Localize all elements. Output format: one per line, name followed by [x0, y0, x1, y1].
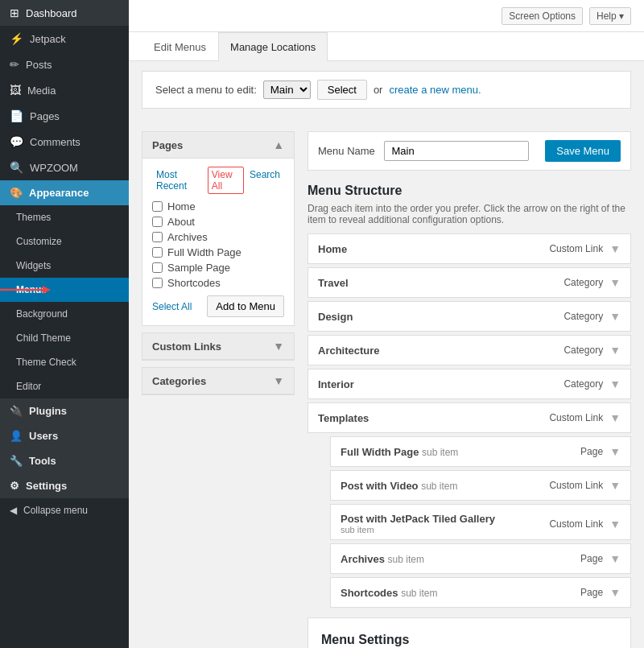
categories-panel: Categories ▼ — [142, 367, 295, 395]
menu-item-templates: Templates Custom Link ▼ — [308, 402, 631, 433]
pages-panel-title: Pages — [152, 139, 183, 151]
svg-marker-1 — [43, 286, 51, 294]
add-to-menu-button[interactable]: Add to Menu — [207, 295, 284, 317]
menus-arrow-annotation — [0, 282, 55, 298]
checkbox-sample[interactable] — [152, 262, 163, 273]
sidebar-item-jetpack[interactable]: ⚡ Jetpack — [0, 26, 129, 52]
appearance-icon: 🎨 — [10, 187, 23, 199]
custom-links-header[interactable]: Custom Links ▼ — [142, 333, 294, 360]
sub-item-2-arrow[interactable]: ▼ — [609, 518, 621, 530]
save-menu-button-top[interactable]: Save Menu — [545, 140, 621, 162]
sidebar-item-comments[interactable]: 💬 Comments — [0, 129, 129, 155]
top-bar: Screen Options Help ▾ — [129, 0, 644, 32]
sidebar-item-child-theme[interactable]: Child Theme — [0, 326, 129, 350]
wpzoom-icon: 🔍 — [10, 161, 23, 174]
select-menu-button[interactable]: Select — [317, 80, 367, 100]
menu-item-interior-arrow[interactable]: ▼ — [609, 378, 621, 390]
tab-edit-menus[interactable]: Edit Menus — [142, 32, 218, 61]
menu-select[interactable]: Main — [263, 80, 311, 99]
page-label-home: Home — [167, 200, 196, 213]
menu-item-architecture: Architecture Category ▼ — [308, 335, 631, 365]
plugins-icon: 🔌 — [10, 405, 23, 417]
pages-tab-search[interactable]: Search — [246, 167, 284, 194]
sidebar-item-settings[interactable]: ⚙ Settings — [0, 473, 129, 498]
custom-links-panel: Custom Links ▼ — [142, 332, 295, 361]
settings-icon: ⚙ — [10, 480, 19, 492]
panel-actions: Select All Add to Menu — [152, 295, 284, 317]
checkbox-shortcodes[interactable] — [152, 278, 163, 288]
checkbox-home[interactable] — [152, 201, 163, 212]
page-label-about: About — [167, 216, 195, 228]
sub-item-1-arrow[interactable]: ▼ — [609, 479, 621, 492]
menu-item-design: Design Category ▼ — [308, 301, 631, 332]
sidebar-item-theme-check[interactable]: Theme Check — [0, 350, 129, 374]
menu-settings-section: Menu Settings Auto add pages Automatical… — [308, 617, 631, 648]
menu-structure-section: Menu Structure Drag each item into the o… — [308, 180, 631, 608]
menu-item-home-arrow[interactable]: ▼ — [609, 242, 621, 255]
sub-item-4-arrow[interactable]: ▼ — [609, 586, 621, 599]
checkbox-about[interactable] — [152, 217, 163, 227]
menu-settings-title: Menu Settings — [321, 629, 617, 647]
sidebar-item-appearance[interactable]: 🎨 Appearance — [0, 180, 129, 205]
screen-options-button[interactable]: Screen Options — [502, 7, 583, 25]
sidebar-item-editor[interactable]: Editor — [0, 374, 129, 398]
custom-links-title: Custom Links — [152, 341, 221, 353]
sub-item-0-arrow[interactable]: ▼ — [609, 445, 621, 458]
sidebar-item-pages[interactable]: 📄 Pages — [0, 103, 129, 129]
jetpack-icon: ⚡ — [10, 32, 23, 45]
menu-item-design-arrow[interactable]: ▼ — [609, 310, 621, 323]
select-menu-bar: Select a menu to edit: Main Select or cr… — [142, 71, 631, 109]
comments-icon: 💬 — [10, 135, 23, 148]
pages-toggle-icon: ▲ — [273, 138, 284, 151]
or-text: or — [374, 84, 383, 96]
sub-item-3-arrow[interactable]: ▼ — [609, 552, 621, 565]
pages-panel-header[interactable]: Pages ▲ — [142, 132, 294, 159]
sidebar-item-posts[interactable]: ✏ Posts — [0, 52, 129, 77]
pages-tabs: Most Recent View All Search — [152, 167, 284, 194]
checkbox-full-width[interactable] — [152, 247, 163, 258]
right-panel: Menu Name Save Menu Menu Structure Drag … — [308, 131, 631, 648]
sidebar-item-background[interactable]: Background — [0, 302, 129, 326]
sidebar-item-menus[interactable]: Menus — [0, 278, 129, 302]
sidebar-item-wpzoom[interactable]: 🔍 WPZOOM — [0, 155, 129, 180]
sidebar-item-dashboard[interactable]: ⊞ Dashboard — [0, 0, 129, 26]
collapse-menu[interactable]: ◀ Collapse menu — [0, 498, 129, 522]
pages-icon: 📄 — [10, 109, 23, 122]
tools-icon: 🔧 — [10, 455, 23, 467]
users-icon: 👤 — [10, 430, 23, 442]
menu-name-label: Menu Name — [318, 145, 375, 157]
menu-item-shortcodes: Shortcodes sub item Page ▼ — [330, 577, 631, 608]
dashboard-icon: ⊞ — [10, 6, 19, 19]
select-all-link[interactable]: Select All — [152, 301, 192, 312]
sidebar-item-media[interactable]: 🖼 Media — [0, 77, 129, 103]
menu-name-input[interactable] — [384, 141, 529, 161]
pages-checkbox-list: Home About Archives — [152, 200, 284, 289]
menu-structure-desc: Drag each item into the order you prefer… — [308, 203, 631, 225]
menu-structure-title: Menu Structure — [308, 180, 631, 198]
sidebar-item-customize[interactable]: Customize — [0, 229, 129, 254]
pages-tab-most-recent[interactable]: Most Recent — [152, 167, 206, 194]
list-item: About — [152, 216, 284, 228]
menu-item-arch-arrow[interactable]: ▼ — [609, 344, 621, 357]
menu-item-interior: Interior Category ▼ — [308, 369, 631, 399]
list-item: Sample Page — [152, 262, 284, 274]
help-button[interactable]: Help ▾ — [589, 7, 631, 25]
sidebar-item-users[interactable]: 👤 Users — [0, 423, 129, 448]
media-icon: 🖼 — [10, 84, 21, 97]
tab-manage-locations[interactable]: Manage Locations — [218, 32, 328, 61]
pages-tab-view-all[interactable]: View All — [208, 167, 244, 194]
collapse-icon: ◀ — [10, 505, 17, 516]
menu-item-templates-arrow[interactable]: ▼ — [609, 411, 621, 424]
list-item: Archives — [152, 231, 284, 243]
sidebar-item-tools[interactable]: 🔧 Tools — [0, 448, 129, 473]
select-menu-label: Select a menu to edit: — [155, 84, 257, 96]
page-label-archives: Archives — [167, 231, 208, 243]
create-new-menu-link[interactable]: create a new menu. — [389, 84, 481, 96]
categories-header[interactable]: Categories ▼ — [142, 368, 294, 394]
page-label-full-width: Full Width Page — [167, 246, 242, 258]
sidebar-item-plugins[interactable]: 🔌 Plugins — [0, 398, 129, 423]
checkbox-archives[interactable] — [152, 232, 163, 242]
sidebar-item-widgets[interactable]: Widgets — [0, 254, 129, 278]
sidebar-item-themes[interactable]: Themes — [0, 205, 129, 229]
menu-item-travel-arrow[interactable]: ▼ — [609, 276, 621, 289]
